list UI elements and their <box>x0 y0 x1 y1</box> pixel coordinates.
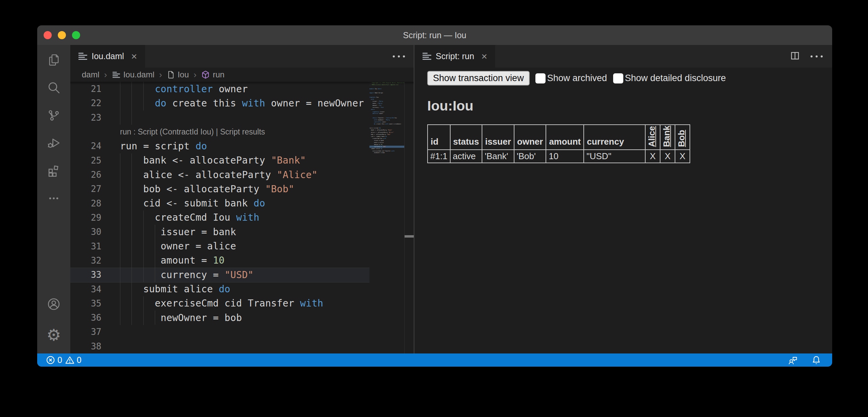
breadcrumb-folder[interactable]: daml <box>82 70 99 79</box>
breadcrumb-module[interactable]: Iou <box>167 70 189 79</box>
code-line[interactable]: amount = 10 <box>101 255 224 266</box>
more-actions-icon[interactable] <box>811 55 823 57</box>
line-number[interactable]: 27 <box>70 184 101 194</box>
line-number[interactable]: 37 <box>70 327 101 337</box>
line-number[interactable]: 24 <box>70 141 101 151</box>
codelens-link[interactable]: run : Script (ContractId Iou) | Script r… <box>70 127 265 137</box>
warning-count: 0 <box>77 355 81 365</box>
panel-editor-actions <box>790 45 832 68</box>
code-line[interactable]: controller owner <box>101 83 248 95</box>
traffic-lights <box>44 31 80 39</box>
tab-label: Iou.daml <box>92 51 124 61</box>
zoom-window-button[interactable] <box>72 31 80 39</box>
line-number[interactable]: 22 <box>70 98 101 108</box>
line-number[interactable]: 28 <box>70 198 101 208</box>
party-cell: X <box>660 150 675 163</box>
daml-file-icon <box>423 52 431 60</box>
line-number[interactable]: 21 <box>70 84 101 94</box>
close-window-button[interactable] <box>44 31 52 39</box>
code-line[interactable]: alice <- allocateParty "Alice" <box>101 169 317 180</box>
activity-bar-bottom: ⚙ <box>37 290 70 353</box>
line-number[interactable]: 25 <box>70 155 101 166</box>
code-line[interactable]: createCmd Iou with <box>101 212 260 223</box>
minimize-window-button[interactable] <box>58 31 66 39</box>
table-cell: #1:1 <box>428 150 450 163</box>
extensions-icon[interactable] <box>37 157 70 185</box>
minimap-line: do create this with owner = newOwner <box>369 123 404 125</box>
code-row: 37 <box>70 325 414 339</box>
code-row: 24run = script do <box>70 139 414 153</box>
show-detailed-disclosure-label[interactable]: Show detailed disclosure <box>625 73 726 83</box>
account-icon[interactable] <box>37 290 70 318</box>
line-number[interactable]: 30 <box>70 227 101 237</box>
notifications-bell-icon[interactable] <box>811 355 821 365</box>
screen: Script: run — Iou <box>0 0 868 417</box>
title-bar[interactable]: Script: run — Iou <box>37 25 832 45</box>
table-body: #1:1active'Bank''Bob'10"USD"XXX <box>428 150 690 163</box>
table-cell: active <box>450 150 482 163</box>
show-detailed-disclosure-checkbox[interactable] <box>613 73 623 83</box>
error-icon <box>46 355 55 365</box>
line-number[interactable]: 36 <box>70 313 101 323</box>
problems-status[interactable]: 0 0 <box>37 355 81 365</box>
minimap-line: -- Copyright (c) 2022 Digital Asset (Swi… <box>369 82 404 84</box>
column-header: issuer <box>482 125 514 150</box>
settings-gear-icon[interactable]: ⚙ <box>37 321 70 349</box>
search-icon[interactable] <box>37 74 70 101</box>
column-header: owner <box>514 125 546 150</box>
chevron-right-icon: › <box>103 70 108 80</box>
tab-iou-daml[interactable]: Iou.daml × <box>70 45 145 68</box>
code-row: 29 createCmd Iou with <box>70 211 414 225</box>
warning-icon <box>65 355 74 365</box>
more-actions-icon[interactable] <box>393 55 405 57</box>
run-debug-icon[interactable] <box>37 129 70 157</box>
line-number[interactable]: 26 <box>70 170 101 180</box>
code-line[interactable]: bob <- allocateParty "Bob" <box>101 183 294 195</box>
code-line[interactable]: do create this with owner = newOwner <box>101 98 364 109</box>
line-number[interactable]: 34 <box>70 284 101 294</box>
code-line[interactable]: bank <- allocateParty "Bank" <box>101 155 306 166</box>
tab-close-icon[interactable]: × <box>131 51 137 62</box>
party-cell: X <box>645 150 660 163</box>
line-number[interactable]: 29 <box>70 213 101 223</box>
code-row: 31 owner = alice <box>70 239 414 253</box>
tab-script-run[interactable]: Script: run × <box>414 45 495 68</box>
show-archived-checkbox[interactable] <box>535 73 546 83</box>
more-views-icon[interactable] <box>37 185 70 212</box>
source-control-icon[interactable] <box>37 101 70 129</box>
split-editor-icon[interactable] <box>790 51 800 62</box>
minimap[interactable]: -- Copyright (c) 2022 Digital Asset (Swi… <box>369 82 404 353</box>
line-number[interactable]: 23 <box>70 113 101 123</box>
scrollbar-handle[interactable] <box>405 235 414 238</box>
minimap-content: -- Copyright (c) 2022 Digital Asset (Swi… <box>369 82 404 154</box>
show-transaction-view-button[interactable]: Show transaction view <box>427 71 530 85</box>
code-line[interactable]: issuer = bank <box>101 226 236 238</box>
code-row: 34 submit alice do <box>70 282 414 296</box>
explorer-icon[interactable] <box>37 46 70 74</box>
show-archived-label[interactable]: Show archived <box>547 73 607 83</box>
scrollbar[interactable] <box>404 82 414 353</box>
code-line[interactable]: cid <- submit bank do <box>101 198 265 209</box>
table-cell: 10 <box>546 150 584 163</box>
line-number[interactable]: 38 <box>70 341 101 351</box>
code-line[interactable]: owner = alice <box>101 241 236 252</box>
line-number[interactable]: 35 <box>70 298 101 309</box>
line-number[interactable]: 33 <box>70 270 101 280</box>
code-line[interactable]: exerciseCmd cid Transfer with <box>101 298 323 309</box>
tab-close-icon[interactable]: × <box>481 51 487 62</box>
line-number[interactable]: 31 <box>70 241 101 251</box>
breadcrumb: daml › Iou.daml › Iou › <box>70 68 414 82</box>
breadcrumb-symbol-run[interactable]: run <box>201 70 224 79</box>
code-line[interactable]: run = script do <box>101 141 207 152</box>
party-cell: X <box>675 150 690 163</box>
cube-symbol-icon <box>201 70 210 79</box>
breadcrumb-file[interactable]: Iou.daml <box>112 70 154 79</box>
code-line[interactable]: newOwner = bob <box>101 312 242 323</box>
line-number[interactable]: 32 <box>70 255 101 266</box>
feedback-icon[interactable] <box>788 355 798 365</box>
code-line[interactable]: currency = "USD" <box>101 269 254 280</box>
editor-group: Iou.daml × daml › Iou.daml › <box>70 45 414 353</box>
code-line[interactable]: submit alice do <box>101 284 231 295</box>
code-row: 33 currency = "USD" <box>70 268 414 282</box>
code-editor[interactable]: 21 controller owner22 do create this wit… <box>70 82 414 353</box>
